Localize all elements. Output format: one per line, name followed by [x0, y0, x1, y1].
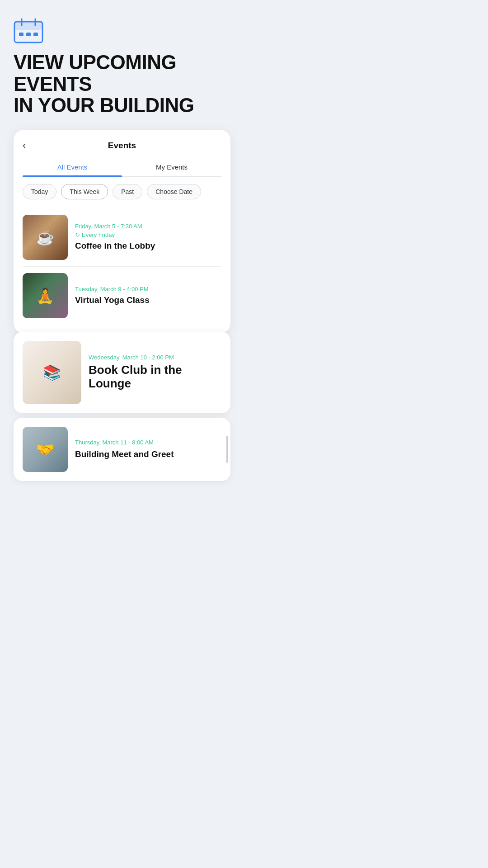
svg-rect-6 — [33, 33, 38, 36]
recurrence-icon: ↻ — [75, 231, 80, 238]
filter-row: Today This Week Past Choose Date — [14, 177, 230, 205]
filter-choose-date[interactable]: Choose Date — [147, 184, 201, 199]
tab-my-events[interactable]: My Events — [122, 158, 221, 176]
event-item-coffee[interactable]: Friday, March 5 - 7:30 AM ↻ Every Friday… — [14, 208, 230, 266]
back-button[interactable]: ‹ — [23, 140, 26, 151]
svg-rect-5 — [26, 33, 31, 36]
tab-all-events[interactable]: All Events — [23, 158, 122, 176]
event-info-bookclub: Wednesday, March 10 - 2:00 PM Book Club … — [89, 341, 221, 404]
app-title: Events — [108, 141, 136, 151]
filter-this-week[interactable]: This Week — [61, 184, 108, 199]
event-image-meetgreet — [23, 427, 68, 472]
filter-today[interactable]: Today — [23, 184, 56, 199]
svg-rect-1 — [14, 22, 42, 30]
event-item-yoga[interactable]: Tuesday, March 9 - 4:00 PM Virtual Yoga … — [14, 267, 230, 325]
event-name-coffee: Coffee in the Lobby — [75, 241, 155, 251]
event-name-bookclub: Book Club in the Lounge — [89, 363, 221, 391]
overflow-section: Wednesday, March 10 - 2:00 PM Book Club … — [14, 332, 230, 481]
event-image-bookclub — [23, 341, 81, 404]
svg-rect-4 — [19, 33, 23, 36]
event-date-bookclub: Wednesday, March 10 - 2:00 PM — [89, 354, 221, 361]
scrollbar — [226, 436, 228, 463]
event-date-meetgreet: Thursday, March 11 - 8:00 AM — [75, 439, 174, 446]
hero-title: VIEW UPCOMING EVENTS IN YOUR BUILDING — [14, 52, 230, 116]
event-recurrence-coffee: ↻ Every Friday — [75, 231, 155, 238]
event-list: Friday, March 5 - 7:30 AM ↻ Every Friday… — [14, 205, 230, 334]
event-info-yoga: Tuesday, March 9 - 4:00 PM Virtual Yoga … — [75, 273, 150, 318]
recurrence-label: Every Friday — [82, 231, 115, 238]
event-item-bookclub[interactable]: Wednesday, March 10 - 2:00 PM Book Club … — [14, 332, 230, 413]
app-card: ‹ Events All Events My Events Today This… — [14, 130, 230, 334]
event-date-yoga: Tuesday, March 9 - 4:00 PM — [75, 286, 150, 292]
filter-past[interactable]: Past — [113, 184, 142, 199]
event-image-coffee — [23, 215, 68, 260]
tabs-container: All Events My Events — [23, 158, 221, 177]
event-date-coffee: Friday, March 5 - 7:30 AM — [75, 223, 155, 230]
event-info-meetgreet: Thursday, March 11 - 8:00 AM Building Me… — [75, 427, 174, 472]
calendar-icon — [14, 18, 43, 43]
app-header: ‹ Events — [14, 130, 230, 151]
event-name-meetgreet: Building Meet and Greet — [75, 449, 174, 460]
event-image-yoga — [23, 273, 68, 318]
event-info-coffee: Friday, March 5 - 7:30 AM ↻ Every Friday… — [75, 215, 155, 260]
event-item-meetgreet[interactable]: Thursday, March 11 - 8:00 AM Building Me… — [14, 418, 230, 481]
event-name-yoga: Virtual Yoga Class — [75, 295, 150, 306]
